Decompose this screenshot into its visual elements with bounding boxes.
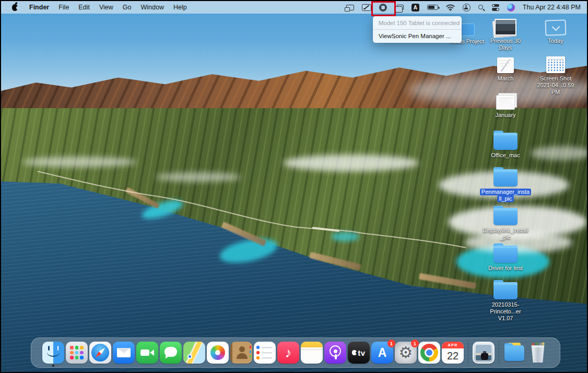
control-center-icon[interactable]	[492, 1, 499, 14]
magnifier-glyph	[478, 5, 483, 9]
dock-calendar-icon[interactable]: APR 22	[442, 342, 464, 364]
dock-mail-icon[interactable]	[113, 342, 135, 364]
ink-bottle-photo-icon	[473, 342, 495, 364]
dock-apple-tv-icon[interactable]: tv	[348, 342, 370, 364]
empty-stack-icon	[545, 19, 566, 36]
icon-label: Office_mac	[489, 152, 521, 159]
menu-view[interactable]: View	[95, 1, 118, 14]
dock-messages-icon[interactable]	[160, 342, 182, 364]
folder-icon	[493, 208, 518, 225]
menu-app-name[interactable]: Finder	[25, 1, 54, 14]
dock-pen-manager-icon[interactable]	[473, 342, 495, 364]
menu-window[interactable]: Window	[136, 1, 168, 14]
icon-label: Displaylink_install	[481, 227, 530, 234]
dock-photos-icon[interactable]	[207, 342, 229, 364]
macos-desktop: Notas Project Previous 30 Days Today Mar…	[0, 0, 588, 373]
tablet-icon[interactable]	[362, 1, 371, 14]
dock-podcasts-icon[interactable]	[324, 342, 346, 364]
calendar-day: 22	[447, 348, 458, 364]
desktop-icon-20210315-princeton-driver[interactable]: 20210315- Princeto...er V1.07	[485, 282, 526, 322]
icon-label: 20210315-	[490, 301, 521, 308]
icon-label: Previous 30 Days	[485, 38, 526, 51]
spotlight-icon[interactable]	[478, 1, 484, 14]
tv-icon: tv	[348, 342, 370, 364]
screen-mirroring-icon[interactable]	[395, 1, 404, 14]
desktop-icon-screen-shot[interactable]: Screen Shot 2021-04...0.59 PM	[535, 56, 577, 96]
menu-go[interactable]: Go	[118, 1, 136, 14]
user-glyph	[463, 4, 471, 11]
icon-label-line2: ll_pic	[497, 195, 513, 202]
desktop-icon-displaylink-install-pic[interactable]: Displaylink_install _pic	[485, 208, 526, 241]
menu-bar-clock[interactable]: Thu Apr 22 4:48 PM	[523, 4, 583, 11]
wifi-icon[interactable]	[446, 1, 455, 14]
icon-label: Penmanager_insta	[480, 189, 531, 195]
dock-downloads-folder-icon[interactable]	[503, 342, 525, 364]
red-highlight-box	[371, 1, 396, 16]
icon-label: Today	[546, 38, 565, 44]
wallpaper-cloud	[22, 157, 137, 167]
dock-maps-icon[interactable]	[183, 342, 205, 364]
speech-bubble-icon	[160, 342, 182, 364]
desktop-icon-office-mac[interactable]: Office_mac	[485, 133, 526, 159]
pen-tablet-glyph	[362, 4, 371, 11]
dock-notes-icon[interactable]	[301, 342, 323, 364]
apple-menu[interactable]	[5, 1, 25, 14]
running-indicator	[52, 365, 54, 367]
menu-edit[interactable]: Edit	[74, 1, 95, 14]
icon-label: Screen Shot	[538, 75, 573, 82]
dock-reminders-icon[interactable]	[254, 342, 276, 364]
menu-file[interactable]: File	[54, 1, 74, 14]
desktop-icon-previous-30-days[interactable]: Previous 30 Days	[485, 19, 526, 51]
dock-app-store-icon[interactable]: A 1	[371, 342, 393, 364]
chrome-icon	[418, 342, 440, 364]
notepad-icon	[301, 342, 323, 364]
calendar-month: APR	[442, 342, 464, 348]
dock-safari-icon[interactable]	[89, 342, 111, 364]
compass-icon	[89, 342, 111, 364]
broadcast-icon	[324, 342, 346, 364]
dock-chrome-icon[interactable]	[418, 342, 440, 364]
icon-label: March	[496, 75, 515, 82]
screenshot-grid-icon	[546, 56, 565, 73]
wifi-glyph	[446, 4, 455, 11]
desktop-icon-january[interactable]: January	[485, 95, 526, 119]
dock-music-icon[interactable]: ♪	[277, 342, 299, 364]
input-source-icon[interactable]: A	[411, 1, 419, 14]
user-switching-icon[interactable]	[463, 1, 471, 14]
dock-contacts-icon[interactable]	[230, 342, 252, 364]
flower-icon	[207, 342, 229, 364]
icon-label-line2: Princeto...er V1.07	[485, 308, 526, 322]
calendar-icon: APR 22	[442, 342, 464, 364]
dock-launchpad-icon[interactable]	[66, 342, 88, 364]
address-book-icon	[230, 342, 252, 364]
menu-separator	[373, 29, 462, 30]
downloads-folder-icon	[503, 342, 525, 364]
music-note-icon: ♪	[277, 342, 299, 364]
menu-help[interactable]: Help	[169, 1, 192, 14]
wallpaper-cloud	[283, 155, 419, 171]
photo-stack-icon	[495, 19, 516, 36]
screenshot-stack-icon	[496, 95, 515, 110]
menu-item-viewsonic-pen-manager[interactable]: ViewSonic Pen Manager ...	[373, 31, 462, 41]
dock-finder-icon[interactable]	[42, 342, 64, 364]
app-store-label: A	[378, 346, 387, 360]
icon-label-line2: 2021-04...0.59 PM	[535, 82, 577, 96]
input-source-label: A	[411, 4, 419, 11]
displaylink-icon[interactable]	[346, 1, 354, 14]
dock-trash-icon[interactable]	[527, 342, 549, 364]
desktop-icon-driver-for-test[interactable]: Driver for test	[485, 246, 526, 272]
tv-label: tv	[358, 348, 365, 357]
wallpaper-cloud	[156, 172, 241, 182]
notification-badge: 1	[411, 340, 419, 347]
checklist-icon	[254, 342, 276, 364]
desktop-icon-today[interactable]: Today	[535, 19, 577, 44]
battery-icon[interactable]	[427, 1, 438, 14]
desktop-icon-march[interactable]: March	[485, 57, 526, 82]
battery-glyph	[427, 5, 438, 10]
dock-system-preferences-icon[interactable]: ⚙ 1	[395, 342, 417, 364]
folder-icon	[493, 133, 518, 150]
tablet-status-menu: Model 150 Tablet is connected ViewSonic …	[373, 16, 462, 43]
desktop-icon-penmanager-install-pic[interactable]: Penmanager_insta ll_pic	[485, 169, 526, 202]
dock-facetime-icon[interactable]	[136, 342, 158, 364]
siri-icon[interactable]	[507, 1, 515, 14]
